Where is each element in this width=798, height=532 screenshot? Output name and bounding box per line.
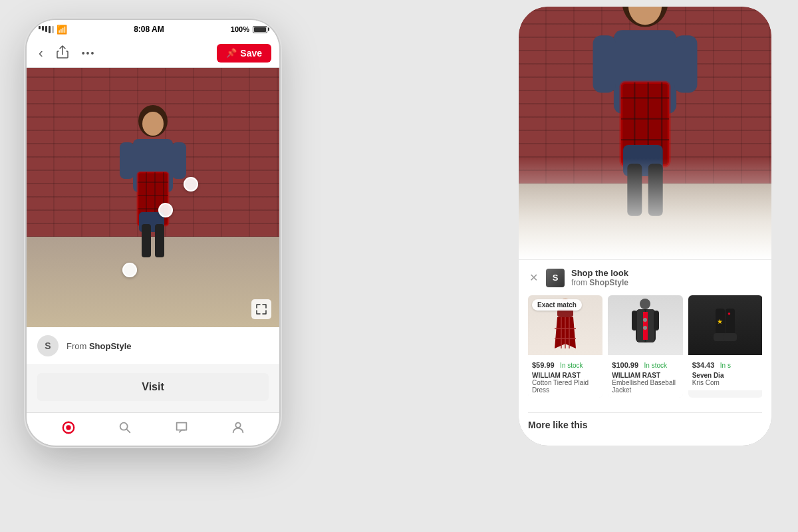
product-row: Exact match [528,295,762,398]
svg-point-20 [235,423,240,428]
svg-rect-52 [654,311,659,331]
product-card-dress[interactable]: Exact match [528,295,602,398]
expand-icon[interactable] [251,299,271,319]
product-card-jacket[interactable]: $100.99 In stock WILLIAM RAST Embellishe… [608,295,682,398]
source-avatar: S [37,335,59,356]
svg-point-49 [643,318,647,322]
product-name-dress: Cotton Tiered Plaid Dress [532,379,598,394]
svg-text:●: ● [728,311,731,317]
product-price-row: $59.99 In stock [532,358,598,370]
in-stock-boots: In s [720,362,731,369]
touch-dot-boots[interactable] [122,263,137,277]
share-button[interactable] [53,43,72,64]
home-nav-icon[interactable] [53,416,84,442]
product-name-jacket: Embellished Baseball Jacket [612,379,678,394]
shop-title-line1: Shop the look [571,268,628,278]
svg-point-50 [643,326,647,330]
product-brand-dress: WILLIAM RAST [532,372,598,379]
shopstyle-avatar: S [546,269,565,287]
battery-icon [253,26,267,33]
product-price-dress: $59.99 [532,361,555,369]
product-card-boots[interactable]: ★ ● $34.43 In s Seven Dia Kris Com [688,295,762,398]
search-nav-icon[interactable] [110,416,140,442]
status-right: 100% [231,25,267,33]
back-button[interactable]: ‹ [35,43,47,63]
shop-title-group: Shop the look from ShopStyle [571,268,628,287]
profile-nav-icon[interactable] [223,416,253,442]
svg-rect-35 [627,164,642,215]
close-button[interactable]: ✕ [528,270,539,285]
svg-rect-33 [674,35,698,92]
phone-left: 📶 8:08 AM 100% ‹ ••• 📌 Save [27,20,279,446]
source-section: S From ShopStyle [27,327,279,365]
shop-header: ✕ S Shop the look from ShopStyle [528,268,762,287]
product-image-dress: Exact match [528,295,602,355]
svg-rect-56 [724,333,737,341]
touch-dot-bag[interactable] [158,203,173,217]
main-image-right [519,7,771,259]
product-image-jacket [608,295,682,355]
product-price-row-jacket: $100.99 In stock [612,358,678,370]
more-options-button[interactable]: ••• [78,45,100,61]
chat-nav-icon[interactable] [166,416,197,442]
touch-dot-jacket[interactable] [184,177,198,192]
in-stock-dress: In stock [560,362,583,369]
product-image-boots: ★ ● [688,295,762,355]
pin-icon: 📌 [226,48,237,58]
svg-rect-11 [120,142,134,179]
svg-point-44 [640,299,650,309]
shopstyle-letter: S [553,273,559,283]
phone-right: ✕ S Shop the look from ShopStyle [519,7,771,446]
svg-point-1 [142,112,164,136]
product-price-row-boots: $34.43 In s [692,358,759,370]
svg-rect-12 [172,142,186,179]
product-price-boots: $34.43 [692,361,715,369]
jacket-thumbnail [630,299,660,352]
shop-panel: ✕ S Shop the look from ShopStyle [519,259,771,406]
person-figure [110,102,196,275]
in-stock-jacket: In stock [644,362,667,369]
wifi-icon: 📶 [57,25,67,35]
bottom-nav-left [27,412,279,446]
svg-rect-15 [155,224,164,257]
more-title: More like this [528,412,762,430]
source-info: From ShopStyle [66,340,132,352]
product-brand-boots: Seven Dia [692,372,759,379]
exact-match-badge: Exact match [532,299,582,311]
visit-button[interactable]: Visit [37,373,269,401]
main-image-left [27,68,279,327]
svg-text:★: ★ [717,318,723,325]
product-info-dress: $59.99 In stock WILLIAM RAST Cotton Tier… [528,355,602,398]
boots-thumbnail: ★ ● [710,299,740,352]
svg-rect-48 [643,312,648,340]
product-price-jacket: $100.99 [612,361,638,369]
svg-rect-32 [593,35,616,92]
right-phone-content: ✕ S Shop the look from ShopStyle [519,7,771,446]
product-brand-jacket: WILLIAM RAST [612,372,678,379]
status-bar-left: 📶 8:08 AM 100% [27,20,279,39]
shopstyle-name: ShopStyle [589,278,628,287]
shop-title-line2: from ShopStyle [571,278,628,287]
save-label: Save [240,48,262,59]
product-info-boots: $34.43 In s Seven Dia Kris Com [688,355,762,390]
from-text: from [571,278,589,287]
status-left: 📶 [39,25,67,35]
svg-rect-14 [142,224,151,257]
more-section: More like this [519,406,771,434]
source-name: ShopStyle [89,341,132,351]
product-info-jacket: $100.99 In stock WILLIAM RAST Embellishe… [608,355,682,398]
save-button[interactable]: 📌 Save [217,44,271,63]
product-name-boots: Kris Com [692,379,759,386]
battery-fill [254,27,266,32]
battery-percent: 100% [231,25,249,33]
status-time: 8:08 AM [134,25,164,34]
signal-bars [39,26,54,33]
person-figure-right [573,7,717,244]
nav-bar-left: ‹ ••• 📌 Save [27,39,279,68]
svg-point-17 [66,425,70,430]
from-label: From [66,341,89,351]
svg-rect-51 [632,311,637,331]
svg-rect-36 [648,164,663,215]
svg-line-19 [126,429,130,432]
